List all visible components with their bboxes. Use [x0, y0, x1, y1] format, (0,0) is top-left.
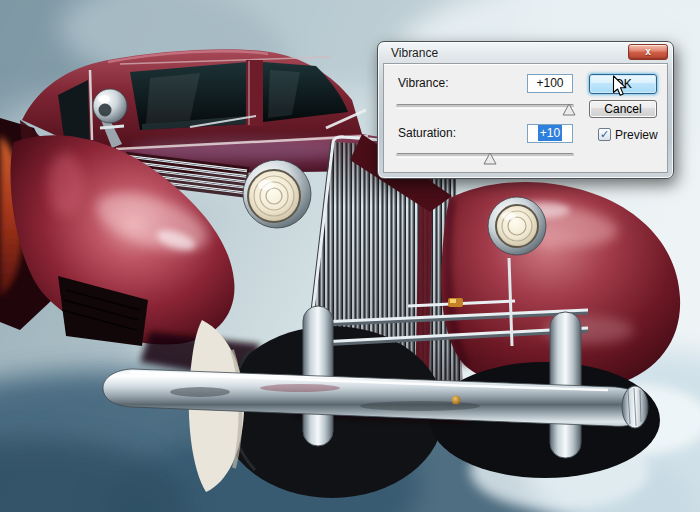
dialog-titlebar[interactable]: Vibrance x	[378, 42, 673, 63]
vibrance-dialog: Vibrance x Vibrance: +100 Saturation: +1…	[377, 41, 674, 179]
screenshot-stage: Vibrance x Vibrance: +100 Saturation: +1…	[0, 0, 700, 512]
ok-button[interactable]: OK	[589, 74, 657, 94]
right-headlight	[488, 197, 546, 255]
saturation-value-input[interactable]: +10	[527, 124, 573, 143]
close-icon: x	[645, 46, 651, 57]
saturation-label: Saturation:	[398, 126, 456, 140]
saturation-slider-thumb[interactable]	[483, 151, 497, 164]
check-icon: ✓	[600, 128, 609, 140]
close-button[interactable]: x	[628, 44, 668, 60]
preview-checkbox[interactable]: ✓	[598, 128, 611, 141]
saturation-slider[interactable]	[396, 153, 574, 157]
vibrance-slider[interactable]	[396, 104, 574, 108]
vibrance-value-input[interactable]: +100	[527, 74, 573, 93]
vibrance-slider-thumb[interactable]	[562, 102, 576, 115]
preview-label: Preview	[615, 128, 658, 142]
dialog-title: Vibrance	[391, 46, 438, 60]
left-headlight	[243, 160, 311, 228]
cancel-button[interactable]: Cancel	[589, 100, 657, 118]
dialog-client-area: Vibrance: +100 Saturation: +10 OK Cancel…	[383, 63, 668, 173]
vibrance-label: Vibrance:	[398, 76, 448, 90]
